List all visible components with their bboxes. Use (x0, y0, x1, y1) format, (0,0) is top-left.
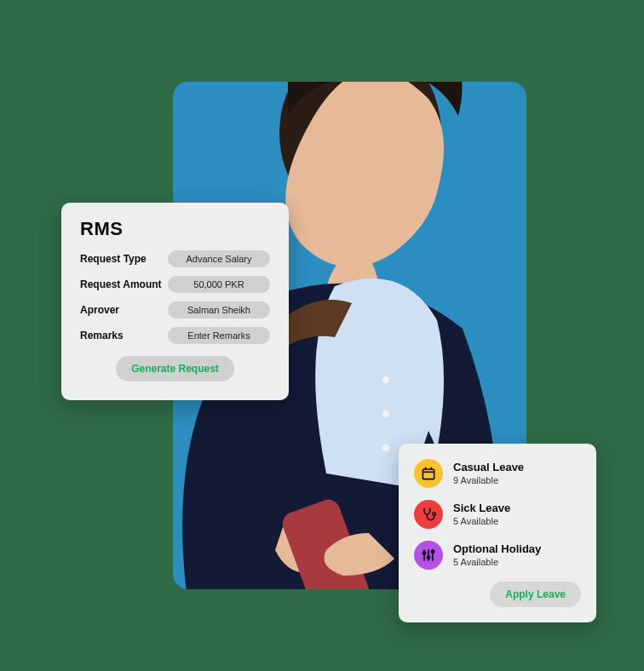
rms-input-approver[interactable]: Salman Sheikh (168, 301, 270, 318)
leave-available: 5 Available (453, 516, 510, 526)
apply-leave-button[interactable]: Apply Leave (490, 582, 581, 607)
stethoscope-icon (414, 500, 443, 529)
svg-point-18 (431, 550, 434, 553)
rms-card: RMS Request Type Advance Salary Request … (61, 203, 289, 400)
rms-label-request-type: Request Type (80, 253, 162, 265)
leave-item-casual[interactable]: Casual Leave 9 Available (414, 459, 581, 488)
svg-point-1 (382, 376, 389, 383)
svg-point-16 (427, 556, 429, 559)
rms-input-request-amount[interactable]: 50,000 PKR (168, 276, 270, 293)
rms-label-remarks: Remarks (80, 330, 162, 341)
leave-item-sick[interactable]: Sick Leave 5 Available (414, 500, 581, 529)
svg-point-14 (423, 552, 425, 554)
rms-row-request-amount: Request Amount 50,000 PKR (80, 276, 270, 293)
rms-row-remarks: Remarks Enter Remarks (80, 327, 270, 344)
svg-rect-5 (423, 469, 434, 479)
leave-available: 5 Available (453, 557, 541, 567)
leave-name: Casual Leave (453, 462, 524, 473)
rms-label-request-amount: Request Amount (80, 278, 162, 290)
leave-name: Optional Holiday (453, 543, 541, 555)
sliders-icon (414, 541, 443, 570)
svg-point-3 (382, 444, 389, 451)
svg-point-12 (433, 513, 435, 515)
rms-label-approver: Aprover (80, 304, 162, 316)
leave-name: Sick Leave (453, 502, 510, 514)
leave-card: Casual Leave 9 Available Sick Leave 5 Av… (399, 444, 596, 622)
rms-row-approver: Aprover Salman Sheikh (80, 301, 270, 318)
generate-request-button[interactable]: Generate Request (116, 356, 234, 381)
leave-available: 9 Available (453, 475, 524, 485)
calendar-icon (414, 459, 443, 488)
rms-row-request-type: Request Type Advance Salary (80, 250, 270, 267)
rms-input-remarks[interactable]: Enter Remarks (168, 327, 270, 344)
rms-title: RMS (80, 218, 270, 240)
rms-input-request-type[interactable]: Advance Salary (168, 250, 270, 267)
svg-point-2 (382, 410, 389, 417)
leave-item-optional[interactable]: Optional Holiday 5 Available (414, 541, 581, 570)
